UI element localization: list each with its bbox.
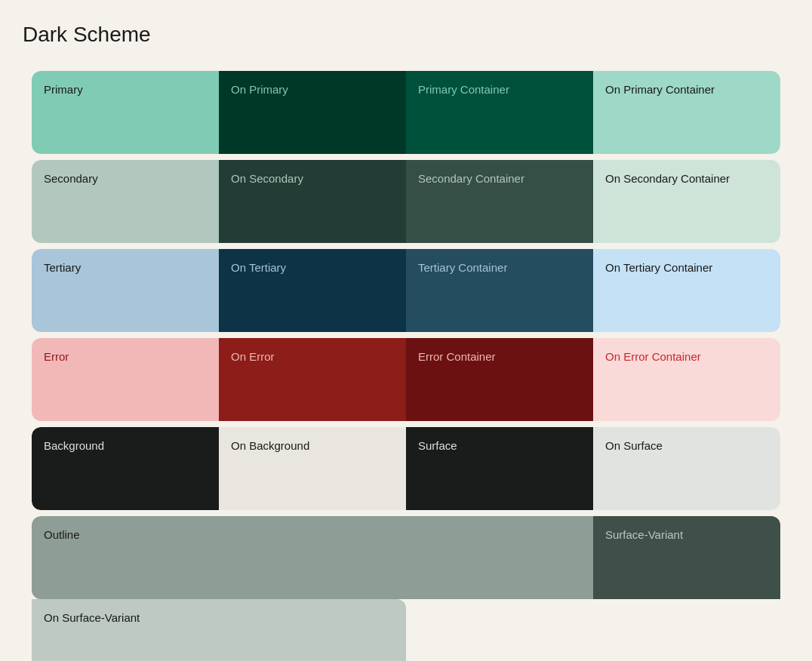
color-grid: PrimaryOn PrimaryPrimary ContainerOn Pri… <box>23 62 789 661</box>
color-cell-on-primary: On Primary <box>219 71 406 154</box>
color-cell-surface-variant: Surface-Variant <box>593 516 780 599</box>
color-label-on-tertiary: On Tertiary <box>231 261 286 274</box>
background-row: BackgroundOn BackgroundSurfaceOn Surface <box>32 427 780 510</box>
color-label-error-container: Error Container <box>418 350 496 363</box>
color-label-background: Background <box>44 439 104 452</box>
color-cell-on-primary-container: On Primary Container <box>593 71 780 154</box>
color-label-primary: Primary <box>44 83 83 96</box>
outline-row: OutlineSurface-VariantOn Surface-Variant <box>32 516 780 661</box>
color-label-on-error-container: On Error Container <box>605 350 701 363</box>
color-cell-on-secondary: On Secondary <box>219 160 406 243</box>
color-label-secondary-container: Secondary Container <box>418 172 524 185</box>
color-cell-secondary: Secondary <box>32 160 219 243</box>
color-cell-on-tertiary-container: On Tertiary Container <box>593 249 780 332</box>
color-label-on-tertiary-container: On Tertiary Container <box>605 261 712 274</box>
color-label-on-surface: On Surface <box>605 439 663 452</box>
color-label-secondary: Secondary <box>44 172 98 185</box>
color-label-on-secondary-container: On Secondary Container <box>605 172 730 185</box>
error-row: ErrorOn ErrorError ContainerOn Error Con… <box>32 338 780 421</box>
color-cell-on-error: On Error <box>219 338 406 421</box>
color-cell-primary: Primary <box>32 71 219 154</box>
color-cell-tertiary-container: Tertiary Container <box>406 249 593 332</box>
color-cell-surface: Surface <box>406 427 593 510</box>
page-title: Dark Scheme <box>23 23 789 47</box>
color-cell-error-container: Error Container <box>406 338 593 421</box>
color-cell-tertiary: Tertiary <box>32 249 219 332</box>
color-cell-outline: Outline <box>32 516 593 599</box>
color-label-on-error: On Error <box>231 350 275 363</box>
color-label-on-surface-variant: On Surface-Variant <box>44 611 140 624</box>
color-label-primary-container: Primary Container <box>418 83 509 96</box>
color-cell-on-tertiary: On Tertiary <box>219 249 406 332</box>
color-label-surface-variant: Surface-Variant <box>605 528 683 541</box>
tertiary-row: TertiaryOn TertiaryTertiary ContainerOn … <box>32 249 780 332</box>
secondary-row: SecondaryOn SecondarySecondary Container… <box>32 160 780 243</box>
color-cell-on-surface-variant: On Surface-Variant <box>32 599 406 661</box>
color-label-outline: Outline <box>44 528 80 541</box>
color-label-surface: Surface <box>418 439 457 452</box>
color-cell-on-background: On Background <box>219 427 406 510</box>
color-label-on-primary: On Primary <box>231 83 288 96</box>
primary-row: PrimaryOn PrimaryPrimary ContainerOn Pri… <box>32 71 780 154</box>
color-cell-primary-container: Primary Container <box>406 71 593 154</box>
color-cell-on-secondary-container: On Secondary Container <box>593 160 780 243</box>
color-cell-error: Error <box>32 338 219 421</box>
color-cell-secondary-container: Secondary Container <box>406 160 593 243</box>
color-cell-on-surface: On Surface <box>593 427 780 510</box>
color-label-tertiary-container: Tertiary Container <box>418 261 507 274</box>
color-cell-background: Background <box>32 427 219 510</box>
color-label-tertiary: Tertiary <box>44 261 81 274</box>
color-label-on-background: On Background <box>231 439 309 452</box>
color-cell-on-error-container: On Error Container <box>593 338 780 421</box>
color-label-on-secondary: On Secondary <box>231 172 303 185</box>
color-label-on-primary-container: On Primary Container <box>605 83 715 96</box>
color-label-error: Error <box>44 350 69 363</box>
